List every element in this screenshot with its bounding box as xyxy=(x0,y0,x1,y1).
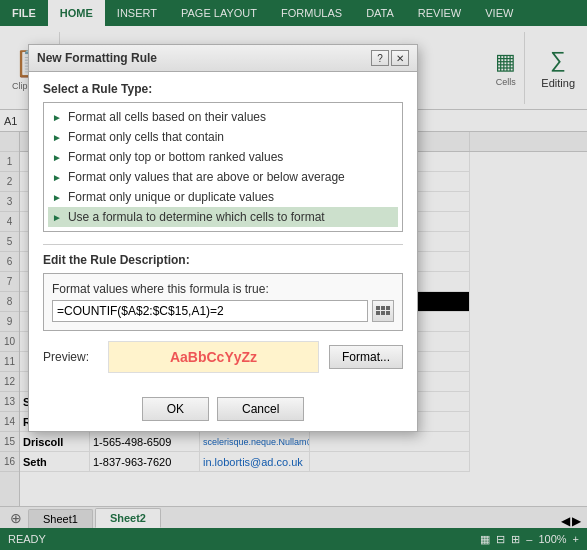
rule-arrow-5: ► xyxy=(52,192,62,203)
rule-type-label: Select a Rule Type: xyxy=(43,82,403,96)
dialog-controls: ? ✕ xyxy=(371,50,409,66)
rule-option-1[interactable]: ► Format all cells based on their values xyxy=(48,107,398,127)
svg-rect-3 xyxy=(376,311,380,315)
new-formatting-rule-dialog: New Formatting Rule ? ✕ Select a Rule Ty… xyxy=(28,44,418,432)
preview-box: AaBbCcYyZz xyxy=(108,341,319,373)
formula-prompt: Format values where this formula is true… xyxy=(52,282,394,296)
preview-text: AaBbCcYyZz xyxy=(170,349,257,365)
cancel-button[interactable]: Cancel xyxy=(217,397,304,421)
formula-input[interactable] xyxy=(52,300,368,322)
rule-option-4[interactable]: ► Format only values that are above or b… xyxy=(48,167,398,187)
rule-option-5[interactable]: ► Format only unique or duplicate values xyxy=(48,187,398,207)
rule-option-6[interactable]: ► Use a formula to determine which cells… xyxy=(48,207,398,227)
dialog-titlebar: New Formatting Rule ? ✕ xyxy=(29,45,417,72)
dialog-overlay: New Formatting Rule ? ✕ Select a Rule Ty… xyxy=(0,0,587,550)
formula-input-row xyxy=(52,300,394,322)
rule-arrow-2: ► xyxy=(52,132,62,143)
preview-row: Preview: AaBbCcYyZz Format... xyxy=(43,341,403,373)
formula-picker-button[interactable] xyxy=(372,300,394,322)
svg-rect-4 xyxy=(381,311,385,315)
description-section: Edit the Rule Description: Format values… xyxy=(43,244,403,373)
dialog-help-button[interactable]: ? xyxy=(371,50,389,66)
dialog-close-button[interactable]: ✕ xyxy=(391,50,409,66)
rule-option-1-label: Format all cells based on their values xyxy=(68,110,266,124)
preview-label: Preview: xyxy=(43,350,98,364)
svg-rect-5 xyxy=(386,311,390,315)
excel-background: FILE HOME INSERT PAGE LAYOUT FORMULAS DA… xyxy=(0,0,587,550)
rule-arrow-1: ► xyxy=(52,112,62,123)
rule-option-6-label: Use a formula to determine which cells t… xyxy=(68,210,325,224)
rule-option-2-label: Format only cells that contain xyxy=(68,130,224,144)
rule-option-3-label: Format only top or bottom ranked values xyxy=(68,150,283,164)
rule-option-3[interactable]: ► Format only top or bottom ranked value… xyxy=(48,147,398,167)
rule-option-5-label: Format only unique or duplicate values xyxy=(68,190,274,204)
rule-option-4-label: Format only values that are above or bel… xyxy=(68,170,345,184)
svg-rect-1 xyxy=(381,306,385,310)
rule-desc-label: Edit the Rule Description: xyxy=(43,253,403,267)
svg-rect-0 xyxy=(376,306,380,310)
rule-arrow-6: ► xyxy=(52,212,62,223)
rule-option-2[interactable]: ► Format only cells that contain xyxy=(48,127,398,147)
ok-button[interactable]: OK xyxy=(142,397,209,421)
dialog-footer: OK Cancel xyxy=(29,393,417,431)
format-button[interactable]: Format... xyxy=(329,345,403,369)
rule-type-box: ► Format all cells based on their values… xyxy=(43,102,403,232)
rule-arrow-4: ► xyxy=(52,172,62,183)
dialog-title: New Formatting Rule xyxy=(37,51,157,65)
rule-arrow-3: ► xyxy=(52,152,62,163)
formula-section: Format values where this formula is true… xyxy=(43,273,403,331)
grid-picker-icon xyxy=(376,306,390,316)
svg-rect-2 xyxy=(386,306,390,310)
dialog-body: Select a Rule Type: ► Format all cells b… xyxy=(29,72,417,393)
